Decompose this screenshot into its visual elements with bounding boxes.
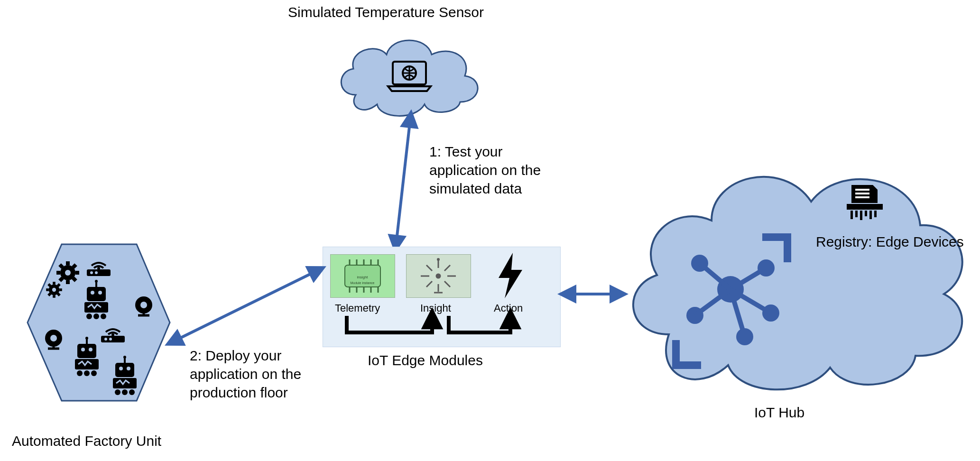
step-2-text: 2: Deploy your application on the produc… [190,346,327,402]
svg-point-59 [95,280,98,283]
svg-point-66 [89,348,92,351]
step-1-text: 1: Test your application on the simulate… [429,142,567,198]
svg-point-80 [122,389,128,395]
svg-line-33 [60,265,63,267]
insight-module-icon [406,254,471,298]
svg-rect-110 [869,211,872,219]
svg-point-63 [101,313,106,319]
svg-point-65 [81,348,85,351]
svg-point-79 [115,389,120,395]
svg-point-83 [140,302,147,308]
svg-rect-103 [855,193,869,194]
svg-point-71 [84,370,90,376]
svg-line-44 [58,294,60,295]
svg-line-24 [444,281,450,287]
action-label: Action [494,302,523,315]
svg-rect-106 [851,211,853,219]
edge-modules-title: IoT Edge Modules [368,351,483,369]
iot-hub-title: IoT Hub [754,403,804,422]
svg-point-57 [98,291,102,295]
svg-line-43 [48,284,50,286]
registry-label: Registry: Edge Devices [816,232,964,251]
svg-point-16 [436,274,440,278]
insight-label: Insight [420,302,451,315]
svg-rect-111 [874,211,877,217]
svg-point-25 [437,258,440,261]
svg-text:insight: insight [357,275,368,279]
svg-line-86 [173,270,318,341]
svg-rect-105 [847,204,883,210]
sim-sensor-title: Simulated Temperature Sensor [288,3,484,21]
svg-line-46 [58,284,60,286]
svg-rect-64 [77,344,96,358]
svg-point-85 [50,335,57,341]
telemetry-label: Telemetry [335,302,380,315]
svg-line-35 [60,278,63,281]
action-module-icon [491,252,529,299]
svg-rect-102 [855,189,869,191]
svg-rect-107 [855,211,858,217]
sim-sensor-cloud [332,24,484,121]
svg-line-2 [396,119,410,244]
internal-flow-arrows [342,316,541,344]
svg-rect-109 [865,211,867,216]
factory-hexagon [18,240,172,429]
svg-point-81 [129,389,135,395]
svg-line-21 [426,265,432,271]
svg-point-72 [91,370,97,376]
arrow-factory-to-edge [166,263,327,349]
svg-point-75 [127,367,130,370]
svg-point-62 [93,313,99,319]
svg-rect-108 [860,211,862,220]
svg-rect-73 [115,363,134,377]
svg-point-49 [95,271,98,274]
svg-point-61 [86,313,92,319]
factory-title: Automated Factory Unit [12,432,161,450]
svg-point-38 [52,288,56,292]
svg-point-52 [104,338,107,341]
svg-point-70 [77,370,83,376]
iot-edge-modules-box: insight Module instance Telemetry [323,247,561,347]
svg-point-68 [85,337,88,340]
svg-rect-104 [855,196,869,198]
svg-point-54 [111,333,114,336]
diagram-canvas: Simulated Temperature Sensor 1: Test you… [0,0,980,461]
svg-line-23 [426,281,432,287]
svg-point-50 [97,267,100,270]
svg-point-48 [90,271,93,274]
svg-point-56 [91,291,94,295]
iot-hub-cloud [612,130,972,396]
svg-line-34 [73,278,76,281]
svg-point-53 [109,338,112,341]
svg-line-22 [444,265,450,271]
svg-point-74 [119,367,123,370]
svg-point-77 [123,356,126,359]
svg-text:Module instance: Module instance [351,281,375,285]
svg-point-28 [65,270,71,276]
svg-line-36 [73,265,76,267]
svg-rect-55 [87,287,106,301]
svg-line-45 [48,294,50,295]
svg-rect-101 [873,190,878,203]
telemetry-module-icon: insight Module instance [330,254,395,298]
